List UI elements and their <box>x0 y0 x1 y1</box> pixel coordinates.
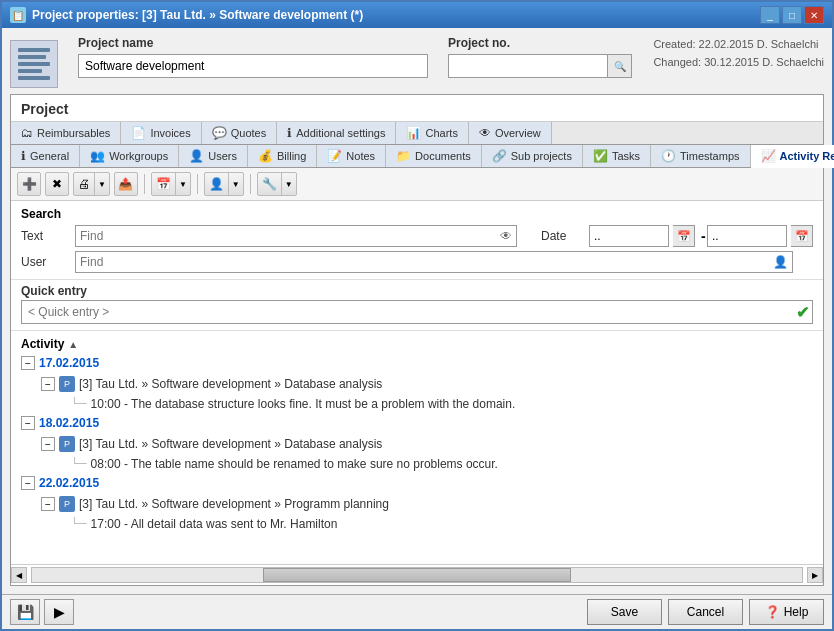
search-section: Search Text 👁 Date 📅 - <box>11 201 823 280</box>
icon-line-5 <box>18 76 50 80</box>
separator-2 <box>197 174 198 194</box>
tab-notes-label: Notes <box>346 150 375 162</box>
icon-line-4 <box>18 69 42 73</box>
cancel-button[interactable]: Cancel <box>668 599 743 625</box>
scrollbar-thumb[interactable] <box>263 568 571 582</box>
search-row-1: Text 👁 Date 📅 - 📅 <box>21 225 813 247</box>
tab-timestamps[interactable]: 🕐 Timestamps <box>651 145 751 167</box>
toolbar: ➕ ✖ 🖨 ▼ 📤 📅 ▼ 👤 ▼ 🔧 <box>11 168 823 201</box>
activity-header[interactable]: Activity ▲ <box>11 335 823 353</box>
tab-invoices[interactable]: 📄 Invoices <box>121 122 201 144</box>
tree-expand-2[interactable]: − <box>21 416 35 430</box>
cancel-button-label: Cancel <box>687 605 724 619</box>
date-to-picker-button[interactable]: 📅 <box>791 225 813 247</box>
tab-workgroups[interactable]: 👥 Workgroups <box>80 145 179 167</box>
tree-project-expand-1[interactable]: − <box>41 377 55 391</box>
calendar-dropdown[interactable]: 📅 ▼ <box>151 172 191 196</box>
scrollbar-area: ◀ ▶ <box>11 564 823 585</box>
tab-quotes[interactable]: 💬 Quotes <box>202 122 277 144</box>
filter-dropdown[interactable]: 🔧 ▼ <box>257 172 297 196</box>
date-to-input[interactable] <box>707 225 787 247</box>
delete-button[interactable]: ✖ <box>45 172 69 196</box>
tab-billing[interactable]: 💰 Billing <box>248 145 317 167</box>
project-no-group: Project no. 🔍 <box>448 36 632 78</box>
tasks-icon: ✅ <box>593 149 608 163</box>
tree-project-expand-3[interactable]: − <box>41 497 55 511</box>
help-button[interactable]: ❓ Help <box>749 599 824 625</box>
tab-subprojects-label: Sub projects <box>511 150 572 162</box>
maximize-button[interactable]: □ <box>782 6 802 24</box>
notes-icon: 📝 <box>327 149 342 163</box>
window-icon: 📋 <box>10 7 26 23</box>
tree-project-expand-2[interactable]: − <box>41 437 55 451</box>
text-label: Text <box>21 229 71 243</box>
project-no-label: Project no. <box>448 36 632 50</box>
icon-line-1 <box>18 48 50 52</box>
save-button[interactable]: Save <box>587 599 662 625</box>
scroll-right-button[interactable]: ▶ <box>807 567 823 583</box>
print-arrow-icon: ▼ <box>94 173 109 195</box>
tab-general[interactable]: ℹ General <box>11 145 80 167</box>
tab-tasks[interactable]: ✅ Tasks <box>583 145 651 167</box>
tree-expand-1[interactable]: − <box>21 356 35 370</box>
timestamps-icon: 🕐 <box>661 149 676 163</box>
project-header: Project name Project no. 🔍 Created: 22.0… <box>10 36 824 88</box>
tab-documents[interactable]: 📁 Documents <box>386 145 482 167</box>
tab-reimbursables-label: Reimbursables <box>37 127 110 139</box>
tab-additional-label: Additional settings <box>296 127 385 139</box>
quick-entry-input[interactable] <box>21 300 813 324</box>
horizontal-scrollbar[interactable] <box>31 567 803 583</box>
tab-charts-label: Charts <box>425 127 457 139</box>
tree-activity-text-2: 08:00 - The table name should be renamed… <box>91 457 498 471</box>
user-search-input[interactable] <box>76 252 769 272</box>
project-no-field: 🔍 <box>448 54 632 78</box>
content-area: Project name Project no. 🔍 Created: 22.0… <box>2 28 832 594</box>
export-button[interactable]: 📤 <box>114 172 138 196</box>
scroll-left-button[interactable]: ◀ <box>11 567 27 583</box>
close-button[interactable]: ✕ <box>804 6 824 24</box>
text-search-clear-icon[interactable]: 👁 <box>496 229 516 243</box>
activity-section: Activity ▲ − 17.02.2015 − P [3] Tau Ltd.… <box>11 331 823 564</box>
project-no-browse-button[interactable]: 🔍 <box>608 54 632 78</box>
tab-overview[interactable]: 👁 Overview <box>469 122 552 144</box>
print-icon: 🖨 <box>74 173 94 195</box>
tree-connector-3: └─ <box>71 517 87 529</box>
text-search-input[interactable] <box>76 226 496 246</box>
tab-subprojects[interactable]: 🔗 Sub projects <box>482 145 583 167</box>
minimize-button[interactable]: _ <box>760 6 780 24</box>
date-from-picker-button[interactable]: 📅 <box>673 225 695 247</box>
user-search-clear-icon[interactable]: 👤 <box>769 255 792 269</box>
tab-workgroups-label: Workgroups <box>109 150 168 162</box>
user-dropdown[interactable]: 👤 ▼ <box>204 172 244 196</box>
print-dropdown[interactable]: 🖨 ▼ <box>73 172 110 196</box>
project-no-input[interactable] <box>448 54 608 78</box>
text-search-input-wrapper: 👁 <box>75 225 517 247</box>
tab-tasks-label: Tasks <box>612 150 640 162</box>
tab-timestamps-label: Timestamps <box>680 150 740 162</box>
documents-icon: 📁 <box>396 149 411 163</box>
add-button[interactable]: ➕ <box>17 172 41 196</box>
tab-invoices-label: Invoices <box>150 127 190 139</box>
quick-entry-ok-icon[interactable]: ✔ <box>796 303 809 322</box>
project-name-input[interactable] <box>78 54 428 78</box>
tab-additional[interactable]: ℹ Additional settings <box>277 122 396 144</box>
tab-documents-label: Documents <box>415 150 471 162</box>
play-button[interactable]: ▶ <box>44 599 74 625</box>
date-from-input[interactable] <box>589 225 669 247</box>
project-small-icon-2: P <box>59 436 75 452</box>
tree-date-row-3: − 22.02.2015 <box>21 473 813 493</box>
project-name-group: Project name <box>78 36 428 78</box>
tab-charts[interactable]: 📊 Charts <box>396 122 468 144</box>
tabs-row-1: 🗂 Reimbursables 📄 Invoices 💬 Quotes ℹ Ad… <box>11 122 823 145</box>
save-quick-button[interactable]: 💾 <box>10 599 40 625</box>
tab-notes[interactable]: 📝 Notes <box>317 145 386 167</box>
tree-expand-3[interactable]: − <box>21 476 35 490</box>
title-bar: 📋 Project properties: [3] Tau Ltd. » Sof… <box>2 2 832 28</box>
tab-activity-report-label: Activity Report <box>780 150 834 162</box>
date-from-group <box>589 225 669 247</box>
tab-users[interactable]: 👤 Users <box>179 145 248 167</box>
tab-billing-label: Billing <box>277 150 306 162</box>
tab-reimbursables[interactable]: 🗂 Reimbursables <box>11 122 121 144</box>
project-panel: Project 🗂 Reimbursables 📄 Invoices 💬 Quo… <box>10 94 824 586</box>
tab-activity-report[interactable]: 📈 Activity Report <box>751 145 834 168</box>
